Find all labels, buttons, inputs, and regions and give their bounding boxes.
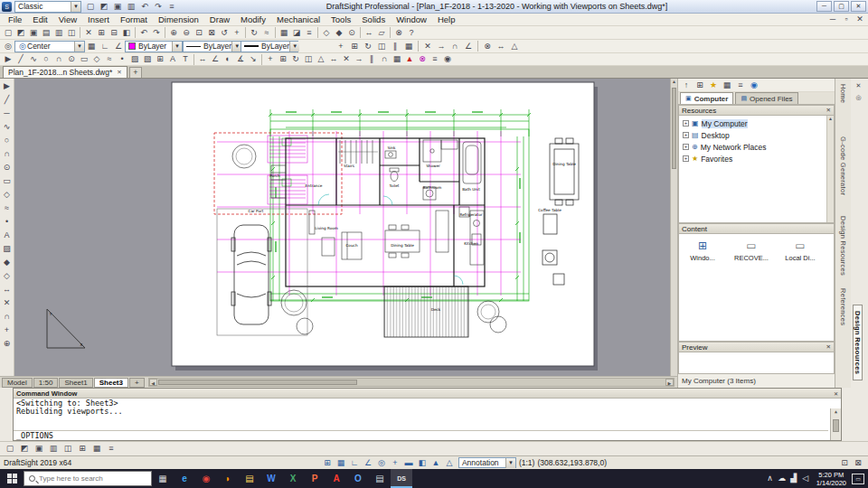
- polyline-icon[interactable]: ∿: [27, 53, 40, 65]
- sheet-tab-model[interactable]: Model: [2, 378, 33, 388]
- scrollbar-thumb[interactable]: [158, 380, 357, 385]
- trim-icon[interactable]: ✕: [340, 53, 353, 65]
- doc-restore-button[interactable]: ▫: [840, 14, 853, 25]
- new-file-icon[interactable]: ▢: [2, 27, 14, 39]
- extend-icon[interactable]: →: [435, 41, 448, 52]
- undo-icon[interactable]: ↶: [137, 27, 150, 39]
- palette-tab-active-design-resources[interactable]: Design Resources: [853, 305, 863, 380]
- content-item[interactable]: ⊞Windo...: [681, 239, 724, 262]
- grid-toggle-icon[interactable]: ▦: [335, 457, 347, 469]
- grid-settings-icon[interactable]: ▦: [85, 41, 98, 52]
- edge-icon[interactable]: e: [174, 469, 195, 488]
- hatch-icon[interactable]: ▨: [1, 242, 14, 256]
- measure-area-icon[interactable]: ▱: [375, 27, 388, 39]
- new-document-tab-button[interactable]: +: [129, 67, 142, 78]
- annotation-visibility-icon[interactable]: ▲: [429, 457, 442, 469]
- content-item[interactable]: ▭RECOVE...: [730, 239, 773, 262]
- menu-insert[interactable]: Insert: [82, 14, 115, 24]
- menu-dimension[interactable]: Dimension: [153, 14, 204, 24]
- spline-icon[interactable]: ≈: [1, 202, 14, 215]
- transparency-toggle-icon[interactable]: ◧: [416, 457, 429, 469]
- move-icon[interactable]: +: [264, 53, 277, 65]
- tree-item-my-network-places[interactable]: +⊕My Network Places: [679, 141, 834, 153]
- rectangle-icon[interactable]: ▭: [78, 53, 90, 65]
- array-icon[interactable]: ▦: [391, 53, 403, 65]
- network-icon[interactable]: ▟: [788, 473, 799, 484]
- properties-icon[interactable]: ≡: [165, 1, 178, 13]
- undo-icon[interactable]: ↶: [138, 1, 151, 13]
- etrack-toggle-icon[interactable]: +: [389, 457, 401, 469]
- list-view-icon[interactable]: ≡: [734, 80, 747, 91]
- command-history[interactable]: <Switching to: Sheet3>Rebuilding viewpor…: [14, 399, 841, 440]
- zoom-in-icon[interactable]: ⊕: [167, 27, 180, 39]
- line-icon[interactable]: ╱: [14, 53, 27, 65]
- workspace-lock-icon[interactable]: ⊡: [838, 457, 851, 469]
- tray-expand-icon[interactable]: ∧: [765, 473, 776, 484]
- stretch-icon[interactable]: ↔: [495, 41, 507, 52]
- scrollbar-thumb[interactable]: [833, 419, 839, 432]
- menu-file[interactable]: File: [3, 14, 27, 24]
- task-view-icon[interactable]: ▦: [152, 469, 174, 488]
- zoom-previous-icon[interactable]: ↺: [218, 27, 231, 39]
- tree-item-my-computer[interactable]: +▣My Computer: [679, 117, 834, 129]
- redo-icon[interactable]: ↷: [152, 1, 165, 13]
- print-icon[interactable]: ▥: [52, 27, 65, 39]
- volume-icon[interactable]: ◁: [800, 473, 811, 484]
- sheet-tab-sheet3[interactable]: Sheet3: [94, 378, 128, 388]
- print-icon[interactable]: ▥: [47, 443, 60, 455]
- open-file-icon[interactable]: ◩: [14, 27, 27, 39]
- drawing-canvas[interactable]: PorchEntranceCar PortStairsSinkToiletSho…: [14, 79, 670, 376]
- hatch-icon[interactable]: ▨: [128, 53, 141, 65]
- insert-block-icon[interactable]: ◆: [333, 27, 345, 39]
- palette-tab-design-resources[interactable]: Design Resources: [839, 216, 847, 276]
- doc-minimize-button[interactable]: ─: [826, 14, 839, 25]
- open-file-icon[interactable]: ◩: [98, 1, 110, 13]
- list-icon[interactable]: ≡: [105, 443, 118, 455]
- ellipse-icon[interactable]: ⊙: [65, 53, 78, 65]
- close-tab-icon[interactable]: ✕: [117, 69, 121, 76]
- move-icon[interactable]: +: [1, 324, 14, 337]
- zoom-out-icon[interactable]: ⊖: [180, 27, 193, 39]
- menu-window[interactable]: Window: [391, 14, 432, 24]
- region-icon[interactable]: ▧: [141, 53, 154, 65]
- dimension-aligned-icon[interactable]: ∠: [209, 53, 222, 65]
- annotation-autoscale-icon[interactable]: △: [443, 457, 456, 469]
- polar-toggle-icon[interactable]: ∠: [362, 457, 374, 469]
- tree-scrollbar[interactable]: ▲: [826, 116, 834, 222]
- dimension-icon[interactable]: ↔: [1, 283, 14, 296]
- expand-icon[interactable]: +: [683, 132, 689, 138]
- canvas-horizontal-scrollbar[interactable]: ◀ ▶: [148, 378, 675, 387]
- rebuild-icon[interactable]: ≈: [260, 27, 273, 39]
- options-icon[interactable]: ⊗: [392, 27, 405, 39]
- snap-selector[interactable]: ◎ Center ▼: [14, 41, 85, 52]
- command-scrollbar[interactable]: ▲: [830, 408, 841, 440]
- content-list[interactable]: ⊞Windo...▭RECOVE...▭Local Di...: [678, 234, 835, 342]
- polar-icon[interactable]: ∠: [112, 41, 125, 52]
- extend-icon[interactable]: →: [353, 53, 365, 65]
- trim-icon[interactable]: ✕: [421, 41, 434, 52]
- layer-states-icon[interactable]: ◪: [290, 27, 303, 39]
- canvas-vertical-scrollbar[interactable]: ▲: [670, 79, 677, 376]
- format-painter-icon[interactable]: ◧: [120, 27, 133, 39]
- maximize-button[interactable]: ▢: [834, 1, 849, 12]
- refresh-icon[interactable]: ↻: [248, 27, 260, 39]
- taskbar-clock[interactable]: 5:20 PM 1/14/2020: [816, 471, 846, 487]
- file-explorer-icon[interactable]: ▤: [239, 469, 260, 488]
- line-icon[interactable]: ╱: [1, 93, 14, 107]
- fillet-icon[interactable]: ∩: [378, 53, 391, 65]
- dimension-radius-icon[interactable]: ◐: [222, 53, 234, 65]
- esnap-toggle-icon[interactable]: ◎: [375, 457, 388, 469]
- resources-tree[interactable]: +▣My Computer+▤Desktop+⊕My Network Place…: [678, 116, 835, 223]
- circle-icon[interactable]: ○: [40, 53, 52, 65]
- menu-solids[interactable]: Solids: [356, 14, 391, 24]
- stretch-icon[interactable]: ↔: [327, 53, 340, 65]
- lineweight-toggle-icon[interactable]: ▬: [402, 457, 415, 469]
- excel-icon[interactable]: X: [282, 469, 304, 488]
- zoom-fit-icon[interactable]: ⊠: [205, 27, 218, 39]
- tab-opened-files[interactable]: ▤ Opened Files: [735, 92, 797, 104]
- scroll-up-icon[interactable]: ▲: [835, 408, 837, 414]
- command-input[interactable]: _OPTIONS: [14, 430, 828, 440]
- dimension-angle-icon[interactable]: ∡: [234, 53, 247, 65]
- close-icon[interactable]: ✕: [834, 390, 838, 397]
- rotate-icon[interactable]: ↻: [289, 53, 302, 65]
